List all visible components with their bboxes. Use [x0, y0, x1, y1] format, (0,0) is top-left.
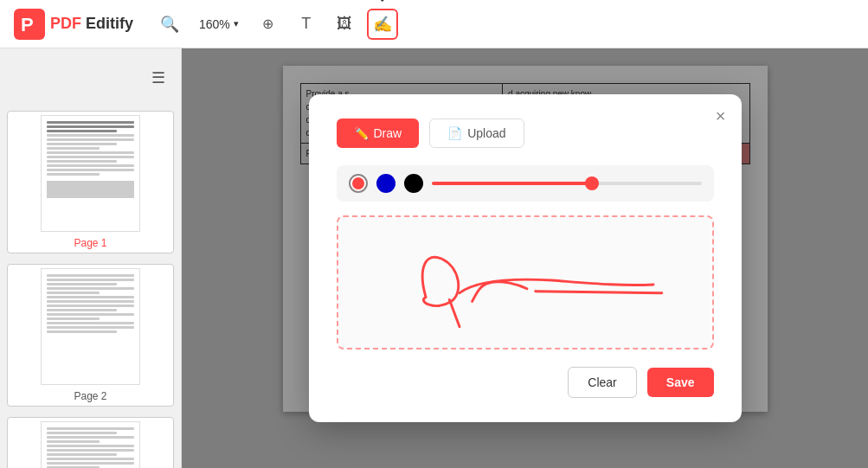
- color-stroke-controls: [337, 165, 714, 202]
- thumb-line: [47, 279, 134, 281]
- draw-tab-label: Draw: [374, 126, 402, 140]
- logo-icon: P: [14, 9, 45, 40]
- draw-icon: ✏️: [354, 126, 369, 140]
- thumb-line: [47, 138, 134, 141]
- thumb-line: [47, 326, 134, 329]
- thumb-line: [47, 151, 134, 154]
- thumb-line: [47, 330, 117, 333]
- toolbar: P PDF Editify 🔍 160% ▾ ⊕ T 🖼 Add Signatu…: [0, 0, 868, 48]
- thumb-line: [47, 313, 134, 316]
- upload-tab-label: Upload: [467, 126, 505, 140]
- page-2-preview: [41, 268, 140, 385]
- thumb-line: [47, 432, 117, 434]
- signature-tool-button[interactable]: ✍: [367, 9, 398, 40]
- page-thumb-3[interactable]: Page 3: [7, 417, 174, 468]
- thumb-line: [47, 453, 117, 456]
- svg-text:P: P: [21, 14, 34, 35]
- thumb-line: [47, 436, 134, 439]
- page-1-label: Page 1: [74, 237, 106, 249]
- page-3-preview: [41, 421, 140, 468]
- thumb-line: [47, 427, 134, 430]
- thumb-line: [47, 121, 134, 124]
- upload-tab[interactable]: 📄 Upload: [429, 119, 524, 148]
- clear-button[interactable]: Clear: [568, 367, 636, 398]
- thumb-line: [47, 173, 100, 176]
- thumb-line: [47, 134, 134, 137]
- thumb-line: [47, 440, 100, 443]
- add-signature-modal: × ✏️ Draw 📄 Upload: [309, 94, 742, 422]
- chevron-down-icon: ▾: [234, 18, 239, 29]
- signature-canvas-area[interactable]: [337, 215, 714, 349]
- draw-tab[interactable]: ✏️ Draw: [337, 119, 420, 148]
- zoom-in-button[interactable]: ⊕: [253, 9, 284, 40]
- modal-overlay: × ✏️ Draw 📄 Upload: [182, 48, 868, 468]
- thumb-line: [47, 300, 134, 303]
- page-thumb-1[interactable]: Page 1: [7, 111, 174, 253]
- page-1-preview: [41, 115, 140, 232]
- sidebar-header: ☰: [7, 59, 174, 100]
- zoom-out-icon: 🔍: [160, 15, 179, 34]
- thumb-block: [47, 181, 134, 198]
- sidebar: ☰ Page 1: [0, 48, 182, 468]
- zoom-in-icon: ⊕: [262, 16, 273, 32]
- signature-icon: ✍: [373, 15, 392, 34]
- thumb-line: [47, 164, 134, 167]
- list-icon: ☰: [151, 68, 165, 87]
- thumb-line: [47, 462, 134, 465]
- thumb-line: [47, 156, 134, 158]
- thumb-line: [47, 322, 134, 324]
- text-tool-button[interactable]: T: [291, 9, 322, 40]
- app-name: PDF Editify: [50, 15, 133, 33]
- app-logo: P PDF Editify: [14, 9, 133, 40]
- thumb-line: [47, 130, 117, 132]
- sidebar-toggle-button[interactable]: ☰: [143, 62, 174, 93]
- main-area: ☰ Page 1: [0, 48, 868, 468]
- modal-tabs: ✏️ Draw 📄 Upload: [337, 119, 714, 148]
- thumb-line: [47, 458, 134, 460]
- stroke-width-slider[interactable]: [432, 182, 702, 185]
- thumb-line: [47, 287, 134, 290]
- page-thumb-2[interactable]: Page 2: [7, 264, 174, 407]
- zoom-out-button[interactable]: 🔍: [154, 9, 185, 40]
- signature-tooltip-wrapper: Add Signature ✍: [367, 9, 398, 40]
- zoom-level-button[interactable]: 160% ▾: [192, 14, 246, 35]
- thumb-line: [47, 296, 134, 298]
- image-tool-button[interactable]: 🖼: [329, 9, 360, 40]
- image-tool-icon: 🖼: [337, 15, 352, 33]
- thumb-line: [47, 147, 100, 150]
- thumb-line: [47, 143, 117, 145]
- upload-icon: 📄: [447, 126, 462, 140]
- color-black-dot[interactable]: [404, 174, 423, 193]
- thumb-line: [47, 445, 134, 447]
- thumb-line: [47, 309, 117, 311]
- close-button[interactable]: ×: [716, 106, 726, 126]
- thumb-line: [47, 169, 134, 171]
- thumb-line: [47, 283, 117, 285]
- modal-footer: Clear Save: [337, 367, 714, 398]
- color-blue-dot[interactable]: [376, 174, 395, 193]
- thumb-line: [47, 305, 134, 307]
- text-tool-icon: T: [301, 15, 311, 33]
- thumb-line: [47, 317, 100, 320]
- thumb-line: [47, 160, 117, 163]
- thumb-line: [47, 274, 134, 277]
- signature-drawing: [338, 217, 712, 348]
- zoom-level-value: 160%: [199, 17, 230, 31]
- pdf-content-area: Provide a scompetenceduring thisdevelopm…: [182, 48, 868, 468]
- thumb-line: [47, 292, 100, 294]
- color-red-dot[interactable]: [349, 174, 368, 193]
- thumb-line: [47, 449, 134, 452]
- page-2-label: Page 2: [74, 390, 106, 402]
- thumb-line: [47, 125, 134, 128]
- save-button[interactable]: Save: [647, 368, 714, 397]
